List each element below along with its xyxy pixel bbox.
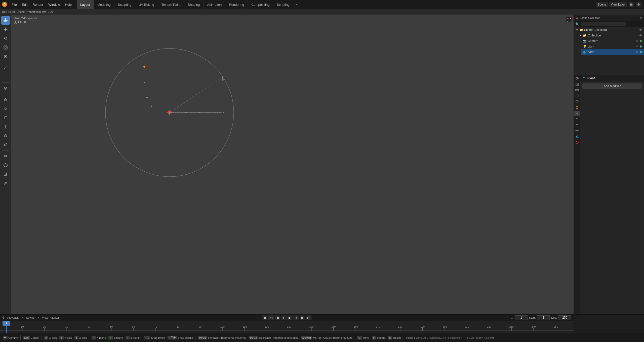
loop-cut-tool[interactable] bbox=[1, 122, 10, 131]
timeline-keying[interactable]: Keying bbox=[26, 316, 35, 319]
outliner-filter[interactable]: ⚙ bbox=[639, 16, 642, 19]
timeline-ruler[interactable]: 1 10 20 30 40 50 60 70 80 90 bbox=[0, 321, 574, 333]
outliner-collection[interactable]: ▼ 📁 Collection 👁 bbox=[577, 33, 644, 38]
prop-tab-material[interactable] bbox=[574, 139, 580, 145]
move-tool[interactable] bbox=[1, 25, 10, 34]
menu-help[interactable]: Help bbox=[62, 0, 74, 9]
select-cursor-tool[interactable] bbox=[1, 16, 10, 25]
shear-tool[interactable] bbox=[1, 170, 10, 178]
offset-tool[interactable] bbox=[1, 131, 10, 140]
tab-sculpting[interactable]: Sculpting bbox=[114, 0, 135, 9]
playback-dropdown[interactable]: ▼ bbox=[21, 316, 24, 319]
tab-layout[interactable]: Layout bbox=[77, 0, 94, 9]
transform-tool[interactable] bbox=[1, 52, 10, 61]
add-modifier-button[interactable]: Add Modifier bbox=[582, 83, 642, 89]
scene-collection-eye[interactable]: 👁 bbox=[639, 28, 642, 31]
tab-scripting[interactable]: Scripting bbox=[273, 0, 293, 9]
x-axis-key[interactable]: X bbox=[44, 336, 48, 339]
extrude-tool[interactable] bbox=[1, 95, 10, 104]
prop-tab-object[interactable] bbox=[574, 105, 580, 110]
increase-prop-key[interactable]: PgUp bbox=[198, 336, 207, 339]
transport-skip-end[interactable]: ⏭ bbox=[306, 315, 312, 320]
prop-tab-output[interactable] bbox=[574, 82, 580, 87]
confirm-key[interactable]: ↵ bbox=[3, 336, 8, 339]
prop-tab-scene[interactable] bbox=[574, 93, 580, 99]
outliner-plane[interactable]: ▦ Plane 👁 bbox=[581, 49, 644, 55]
tab-texture-paint[interactable]: Texture Paint bbox=[158, 0, 184, 9]
smooth-tool[interactable] bbox=[1, 152, 10, 160]
keying-dropdown[interactable]: ▼ bbox=[37, 316, 39, 319]
main-viewport[interactable]: User Orthographic (1) Plane bbox=[11, 15, 574, 314]
prop-tab-constraints[interactable] bbox=[574, 128, 580, 133]
tab-rendering[interactable]: Rendering bbox=[225, 0, 248, 9]
outliner-camera[interactable]: 📷 Camera 👁 bbox=[581, 38, 644, 44]
transport-next-keyframe[interactable]: ▷ bbox=[294, 315, 299, 320]
menu-edit[interactable]: Edit bbox=[19, 0, 30, 9]
cursor-tool[interactable] bbox=[1, 84, 10, 92]
inset-tool[interactable] bbox=[1, 104, 10, 113]
prop-tab-world[interactable] bbox=[574, 99, 580, 105]
view-layer-selector[interactable]: View Layer bbox=[609, 2, 627, 7]
rotate-tool[interactable] bbox=[1, 34, 10, 43]
transport-prev-frame[interactable]: ◀ bbox=[275, 315, 280, 320]
start-frame-input[interactable]: 1 bbox=[537, 315, 550, 320]
decrease-prop-key[interactable]: PgDn bbox=[249, 336, 258, 339]
prop-tab-view[interactable] bbox=[574, 87, 580, 93]
resize-key[interactable]: S bbox=[388, 336, 392, 339]
camera-eye-icon[interactable]: 👁 bbox=[636, 39, 638, 42]
transport-next-frame[interactable]: ▶ bbox=[300, 315, 305, 320]
snap-toggle-key[interactable]: ⇧Tab bbox=[168, 336, 177, 339]
transport-record[interactable]: ⏺ bbox=[262, 315, 268, 320]
tab-modeling[interactable]: Modeling bbox=[94, 0, 114, 9]
prop-tab-object-data[interactable] bbox=[574, 134, 580, 139]
blender-logo[interactable] bbox=[0, 0, 9, 9]
knife-tool[interactable] bbox=[1, 140, 10, 149]
outliner-light[interactable]: 💡 Light 👁 bbox=[581, 44, 644, 49]
measure-tool[interactable] bbox=[1, 73, 10, 81]
y-axis-key[interactable]: Y bbox=[59, 336, 63, 339]
display-mode[interactable]: ⊞ bbox=[629, 2, 634, 7]
scale-tool[interactable] bbox=[1, 43, 10, 52]
move-key[interactable]: G bbox=[357, 336, 362, 339]
plane-eye-icon[interactable]: 👁 bbox=[636, 51, 638, 54]
rotate-key[interactable]: R bbox=[372, 336, 376, 339]
shrink-tool[interactable] bbox=[1, 161, 10, 169]
cancel-key[interactable]: Esc bbox=[23, 336, 30, 339]
view-gizmo[interactable]: X Y Z bbox=[566, 17, 572, 22]
z-plane-key[interactable]: Z bbox=[126, 336, 130, 339]
tab-uv-editing[interactable]: UV Editing bbox=[135, 0, 158, 9]
menu-window[interactable]: Window bbox=[46, 0, 62, 9]
y-plane-key[interactable]: Y bbox=[108, 336, 113, 339]
annotate-tool[interactable] bbox=[1, 64, 10, 72]
vertex-slide[interactable] bbox=[1, 179, 10, 187]
current-frame-input[interactable]: 1 bbox=[515, 315, 528, 320]
tab-add[interactable]: + bbox=[293, 0, 300, 9]
light-eye-icon[interactable]: 👁 bbox=[636, 45, 638, 48]
outliner-scene-collection[interactable]: ▼ 📁 Scene Collection 👁 bbox=[574, 27, 644, 33]
snap-invert-key[interactable]: ⌥ bbox=[144, 336, 150, 339]
transport-skip-start[interactable]: ⏮ bbox=[268, 315, 274, 320]
scene-selector[interactable]: Scene bbox=[596, 2, 608, 7]
z-axis-key[interactable]: Z bbox=[74, 336, 79, 339]
transport-play[interactable]: ▶ bbox=[287, 315, 293, 320]
menu-file[interactable]: File bbox=[9, 0, 19, 9]
end-frame-input[interactable]: 250 bbox=[558, 315, 571, 320]
bevel-tool[interactable] bbox=[1, 113, 10, 122]
filter-btn[interactable]: ⚙ bbox=[636, 2, 641, 7]
prop-tab-physics[interactable] bbox=[574, 122, 580, 128]
tab-compositing[interactable]: Compositing bbox=[248, 0, 273, 9]
prop-tab-render[interactable] bbox=[574, 76, 580, 81]
timeline-playback[interactable]: Playback bbox=[7, 316, 19, 319]
prop-tab-modifier[interactable] bbox=[574, 111, 580, 116]
menu-render[interactable]: Render bbox=[30, 0, 46, 9]
timeline-marker[interactable]: Marker bbox=[51, 316, 59, 319]
tab-animation[interactable]: Animation bbox=[204, 0, 225, 9]
outliner-search-input[interactable] bbox=[581, 22, 626, 26]
x-plane-key[interactable]: X bbox=[92, 336, 96, 339]
collection-eye[interactable]: 👁 bbox=[639, 34, 642, 37]
prop-tab-particles[interactable] bbox=[574, 116, 580, 122]
mspan-key[interactable]: MsPan bbox=[301, 336, 312, 339]
timeline-view[interactable]: View bbox=[42, 316, 48, 319]
tab-shading[interactable]: Shading bbox=[184, 0, 204, 9]
transport-prev-keyframe[interactable]: ◁ bbox=[281, 315, 287, 320]
